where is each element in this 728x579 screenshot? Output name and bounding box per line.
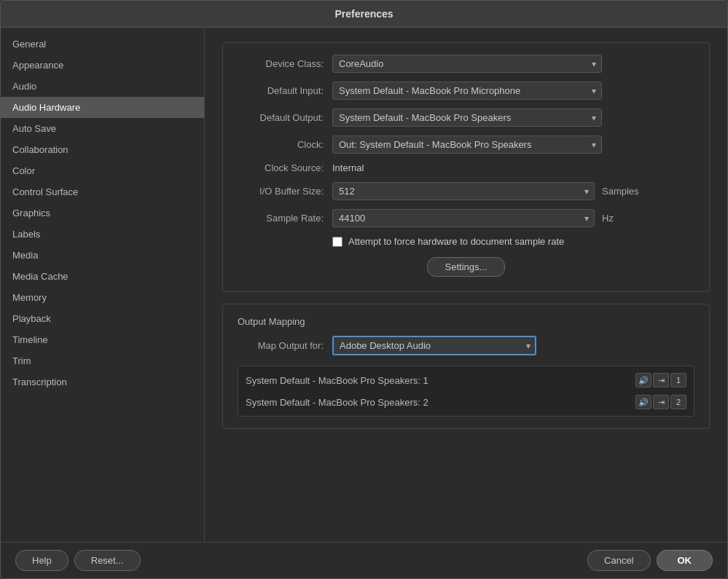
main-panel: Device Class: CoreAudio Default Input: S… <box>205 28 727 542</box>
sidebar-item-playback[interactable]: Playback <box>1 308 204 329</box>
force-sample-rate-row: Attempt to force hardware to document sa… <box>332 236 694 247</box>
buffer-size-select[interactable]: 512 <box>332 182 595 200</box>
map-output-select-wrapper: Adobe Desktop Audio <box>332 336 536 355</box>
table-row: System Default - MacBook Pro Speakers: 1… <box>238 369 694 391</box>
output-row-1-speaker-icon[interactable]: 🔊 <box>635 373 651 387</box>
sidebar-item-media-cache[interactable]: Media Cache <box>1 266 204 287</box>
clock-source-value: Internal <box>332 162 364 173</box>
map-output-select[interactable]: Adobe Desktop Audio <box>332 336 536 355</box>
settings-button[interactable]: Settings... <box>427 257 506 277</box>
output-row-1-controls: 🔊 ⇥ 1 <box>635 373 686 387</box>
sidebar-item-media[interactable]: Media <box>1 245 204 266</box>
output-row-2-controls: 🔊 ⇥ 2 <box>635 395 686 409</box>
sidebar-item-collaboration[interactable]: Collaboration <box>1 139 204 160</box>
device-class-row: Device Class: CoreAudio <box>238 55 694 73</box>
output-row-1-num: 1 <box>670 373 686 387</box>
sidebar-item-audio-hardware[interactable]: Audio Hardware <box>1 97 204 118</box>
output-row-1-name: System Default - MacBook Pro Speakers: 1 <box>246 375 635 386</box>
sidebar-item-audio[interactable]: Audio <box>1 76 204 97</box>
reset-button[interactable]: Reset... <box>74 550 141 571</box>
map-output-label: Map Output for: <box>238 340 332 351</box>
sample-rate-select[interactable]: 44100 <box>332 209 595 227</box>
output-mapping-section: Output Mapping Map Output for: Adobe Des… <box>222 304 710 429</box>
force-sample-rate-checkbox[interactable] <box>332 237 343 247</box>
output-row-2-route-icon[interactable]: ⇥ <box>653 395 669 409</box>
ok-button[interactable]: OK <box>657 550 713 571</box>
default-input-label: Default Input: <box>238 85 332 96</box>
output-row-2-num: 2 <box>670 395 686 409</box>
clock-source-row: Clock Source: Internal <box>238 162 694 173</box>
sidebar-item-trim[interactable]: Trim <box>1 350 204 371</box>
sidebar-item-general[interactable]: General <box>1 34 204 55</box>
sidebar-item-auto-save[interactable]: Auto Save <box>1 118 204 139</box>
force-sample-rate-label: Attempt to force hardware to document sa… <box>348 236 564 247</box>
default-output-select-wrapper: System Default - MacBook Pro Speakers <box>332 109 602 127</box>
sidebar-item-appearance[interactable]: Appearance <box>1 55 204 76</box>
clock-select-wrapper: Out: System Default - MacBook Pro Speake… <box>332 135 602 154</box>
default-input-select-wrapper: System Default - MacBook Pro Microphone <box>332 82 602 100</box>
sidebar-item-transcription[interactable]: Transcription <box>1 371 204 393</box>
clock-select[interactable]: Out: System Default - MacBook Pro Speake… <box>332 135 602 154</box>
sidebar-item-graphics[interactable]: Graphics <box>1 202 204 224</box>
default-input-select[interactable]: System Default - MacBook Pro Microphone <box>332 82 602 100</box>
device-section: Device Class: CoreAudio Default Input: S… <box>222 42 710 292</box>
buffer-size-label: I/O Buffer Size: <box>238 186 332 197</box>
buffer-size-row: I/O Buffer Size: 512 Samples <box>238 182 694 200</box>
footer-right: Cancel OK <box>587 550 713 571</box>
preferences-dialog: Preferences General Appearance Audio Aud… <box>0 0 728 579</box>
content-area: General Appearance Audio Audio Hardware … <box>1 28 727 542</box>
help-button[interactable]: Help <box>15 550 69 571</box>
sidebar: General Appearance Audio Audio Hardware … <box>1 28 205 542</box>
output-row-2-speaker-icon[interactable]: 🔊 <box>635 395 651 409</box>
sidebar-item-control-surface[interactable]: Control Surface <box>1 181 204 202</box>
default-output-label: Default Output: <box>238 112 332 123</box>
clock-label: Clock: <box>238 139 332 150</box>
clock-row: Clock: Out: System Default - MacBook Pro… <box>238 135 694 154</box>
sample-rate-select-wrapper: 44100 <box>332 209 595 227</box>
default-output-select[interactable]: System Default - MacBook Pro Speakers <box>332 109 602 127</box>
dialog-title: Preferences <box>334 8 393 20</box>
output-row-1-route-icon[interactable]: ⇥ <box>653 373 669 387</box>
title-bar: Preferences <box>1 1 727 28</box>
device-class-label: Device Class: <box>238 58 332 69</box>
buffer-size-select-wrapper: 512 <box>332 182 595 200</box>
sidebar-item-timeline[interactable]: Timeline <box>1 329 204 350</box>
sample-rate-unit-label: Hz <box>602 213 614 224</box>
default-output-row: Default Output: System Default - MacBook… <box>238 109 694 127</box>
sidebar-item-labels[interactable]: Labels <box>1 224 204 245</box>
footer-left: Help Reset... <box>15 550 141 571</box>
map-output-row: Map Output for: Adobe Desktop Audio <box>238 336 694 355</box>
sidebar-item-color[interactable]: Color <box>1 160 204 181</box>
device-class-select-wrapper: CoreAudio <box>332 55 602 73</box>
output-row-2-name: System Default - MacBook Pro Speakers: 2 <box>246 397 635 408</box>
output-list: System Default - MacBook Pro Speakers: 1… <box>238 366 694 417</box>
sample-rate-label: Sample Rate: <box>238 213 332 224</box>
clock-source-label: Clock Source: <box>238 162 332 173</box>
table-row: System Default - MacBook Pro Speakers: 2… <box>238 391 694 413</box>
sample-rate-row: Sample Rate: 44100 Hz <box>238 209 694 227</box>
default-input-row: Default Input: System Default - MacBook … <box>238 82 694 100</box>
output-mapping-title: Output Mapping <box>238 316 694 327</box>
footer: Help Reset... Cancel OK <box>1 542 727 578</box>
sidebar-item-memory[interactable]: Memory <box>1 287 204 308</box>
buffer-unit-label: Samples <box>602 186 639 197</box>
device-class-select[interactable]: CoreAudio <box>332 55 602 73</box>
cancel-button[interactable]: Cancel <box>587 550 650 571</box>
